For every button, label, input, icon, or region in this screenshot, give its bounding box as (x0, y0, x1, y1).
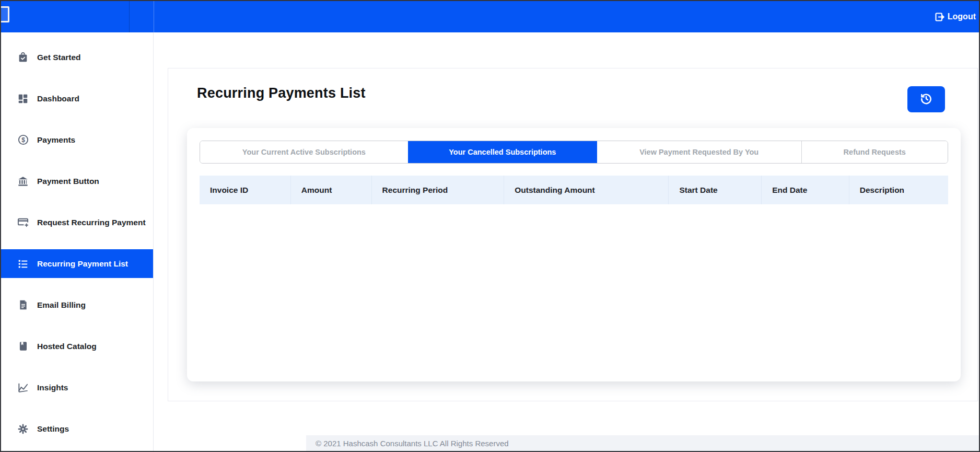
column-header-end-date: End Date (762, 176, 849, 204)
logout-icon (934, 11, 945, 22)
tab-label: Your Cancelled Subscriptions (449, 148, 556, 156)
sidebar-item-label: Request Recurring Payment (37, 218, 146, 227)
top-header-bar: Logout (1, 1, 979, 32)
cancelled-subscriptions-table: Invoice ID Amount Recurring Period Outst… (200, 176, 948, 267)
page-title: Recurring Payments List (197, 85, 366, 101)
request-recurring-payment-icon (17, 216, 29, 229)
tab-cancelled-subscriptions[interactable]: Your Cancelled Subscriptions (408, 141, 597, 163)
sidebar-item-label: Payment Button (37, 177, 99, 186)
column-header-recurring-period: Recurring Period (372, 176, 505, 204)
column-header-amount: Amount (291, 176, 372, 204)
column-header-outstanding-amount: Outstanding Amount (504, 176, 669, 204)
column-header-description: Description (849, 176, 948, 204)
sidebar-item-label: Hosted Catalog (37, 342, 97, 351)
column-header-start-date: Start Date (669, 176, 762, 204)
column-header-invoice-id: Invoice ID (200, 176, 291, 204)
header-sidebar-divider (154, 1, 154, 32)
footer-bar: © 2021 Hashcash Consultants LLC All Righ… (306, 435, 979, 451)
payment-button-icon (17, 175, 29, 188)
table-empty-body (200, 204, 948, 267)
recurring-payments-card: Recurring Payments List Your Current Act… (168, 68, 978, 401)
sidebar-item-payment-button[interactable]: Payment Button (1, 160, 153, 202)
sidebar-item-email-billing[interactable]: Email Billing (1, 284, 153, 326)
sidebar-item-dashboard[interactable]: Dashboard (1, 78, 153, 119)
tab-label: Your Current Active Subscriptions (242, 148, 366, 156)
payments-icon: $ (17, 134, 29, 146)
subscription-tabs: Your Current Active Subscriptions Your C… (200, 141, 948, 164)
sidebar-item-request-recurring-payment[interactable]: Request Recurring Payment (1, 202, 153, 243)
logout-button[interactable]: Logout (934, 1, 976, 32)
sidebar-item-hosted-catalog[interactable]: Hosted Catalog (1, 326, 153, 367)
sidebar-nav: Get Started Dashboard $ Payments (1, 32, 154, 451)
sidebar-item-label: Email Billing (37, 300, 86, 310)
sidebar-item-label: Payments (37, 135, 75, 145)
partial-toggle-artifact (0, 6, 9, 22)
insights-icon (17, 381, 29, 394)
sidebar-item-insights[interactable]: Insights (1, 367, 153, 408)
email-billing-icon (17, 299, 29, 311)
tab-current-active-subscriptions[interactable]: Your Current Active Subscriptions (200, 141, 408, 163)
sidebar-item-payments[interactable]: $ Payments (1, 119, 153, 160)
sidebar-item-label: Settings (37, 424, 69, 434)
dashboard-icon (17, 92, 29, 105)
tab-refund-requests[interactable]: Refund Requests (801, 141, 948, 163)
sidebar-item-label: Dashboard (37, 94, 79, 103)
svg-text:$: $ (21, 136, 25, 144)
header-logo-divider (129, 1, 130, 32)
sidebar-item-label: Get Started (37, 53, 81, 62)
subscriptions-panel: Your Current Active Subscriptions Your C… (187, 128, 961, 381)
get-started-icon (17, 51, 29, 64)
main-content: Recurring Payments List Your Current Act… (154, 32, 979, 451)
tab-label: Refund Requests (844, 148, 906, 156)
refresh-history-button[interactable] (907, 86, 945, 112)
sidebar-item-get-started[interactable]: Get Started (1, 37, 153, 78)
copyright-text: © 2021 Hashcash Consultants LLC All Righ… (316, 439, 509, 448)
sidebar-item-recurring-payment-list[interactable]: Recurring Payment List (1, 249, 153, 278)
tab-view-payment-requested[interactable]: View Payment Requested By You (597, 141, 801, 163)
hosted-catalog-icon (17, 340, 29, 353)
recurring-payment-list-icon (17, 258, 29, 270)
sidebar-item-label: Insights (37, 383, 68, 392)
sidebar-item-settings[interactable]: Settings (1, 408, 153, 449)
table-header-row: Invoice ID Amount Recurring Period Outst… (200, 176, 948, 204)
tab-label: View Payment Requested By You (639, 148, 759, 156)
sidebar-item-label: Recurring Payment List (37, 259, 128, 269)
settings-icon (17, 423, 29, 435)
history-icon (919, 92, 933, 107)
logout-label: Logout (948, 12, 976, 21)
